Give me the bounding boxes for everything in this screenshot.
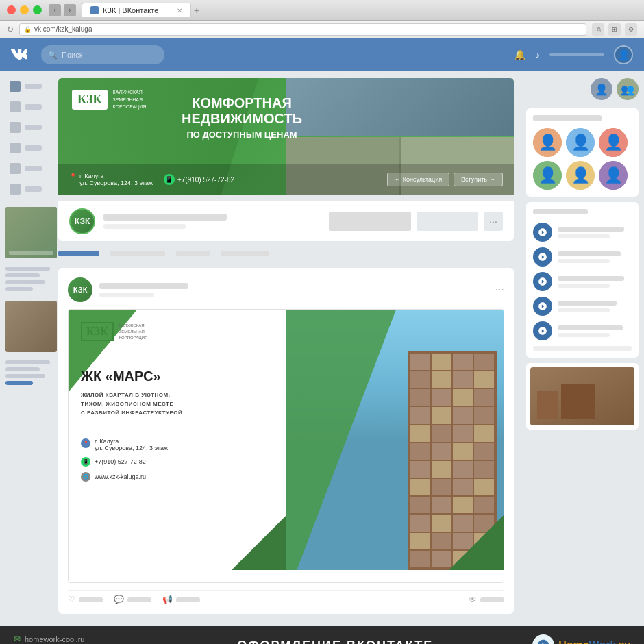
address-bar-row: ↻ 🔒 vk.com/kzk_kaluga ⎙ ⊞ ⚙ <box>0 21 644 38</box>
subs-title-bar <box>533 209 588 214</box>
vk-search-box[interactable]: 🔍 Поиск <box>41 45 164 64</box>
comment-action[interactable]: 💬 <box>114 595 151 604</box>
member-avatar-5[interactable]: 👤 <box>566 161 595 190</box>
post-title: ЖК «МАРС» <box>81 369 274 384</box>
post-address: 📍 г. Калуга ул. Суворова, 124, 3 этаж <box>81 438 274 451</box>
music-icon[interactable]: ♪ <box>535 49 540 60</box>
sub-text-1 <box>558 227 632 238</box>
card-logo: КЗК КАЛУЖСКАЯ ЗЕМЕЛЬНАЯ КОРПОРАЦИЯ <box>81 322 274 341</box>
sub-item-2[interactable] <box>533 247 632 267</box>
share-action[interactable]: 📢 <box>162 595 200 604</box>
member-avatar-4[interactable]: 👤 <box>533 161 562 190</box>
cover-bottom-bar: 📍 г. Калуга ул. Суворова, 124, 3 этаж 📱 … <box>58 164 514 195</box>
share-action-icon: 📢 <box>162 595 173 604</box>
sidebar-label <box>25 166 42 171</box>
sidebar-item-games[interactable] <box>5 181 46 197</box>
fullscreen-icon[interactable]: ⊞ <box>608 23 621 36</box>
subscribe-button[interactable] <box>329 212 411 231</box>
window-controls <box>7 5 42 14</box>
sub-item-5[interactable] <box>533 321 632 340</box>
search-icon: 🔍 <box>48 51 58 60</box>
post-more-icon[interactable]: ··· <box>495 284 504 296</box>
add-tab-icon[interactable]: + <box>194 5 199 16</box>
group-cover: КЗК КАЛУЖСКАЯ ЗЕМЕЛЬНАЯ КОРПОРАЦИЯ КОМФО… <box>58 78 514 195</box>
share-icon[interactable]: ⎙ <box>592 23 604 36</box>
post-desc: ЖИЛОЙ КВАРТАЛ В УЮТНОМ,ТИХОМ, ЖИВОПИСНОМ… <box>81 391 274 417</box>
sub-icon-1 <box>533 223 552 242</box>
extensions-icon[interactable]: ⚙ <box>625 23 637 36</box>
footer-title: ОФОРМЛЕНИЕ ВКОНТАКТЕ <box>237 639 433 645</box>
post-phone: 📱 +7(910) 527-72-82 <box>81 457 274 467</box>
card-left-panel: КЗК КАЛУЖСКАЯ ЗЕМЕЛЬНАЯ КОРПОРАЦИЯ <box>69 310 286 570</box>
sidebar-label <box>25 145 42 151</box>
sidebar-item-docs[interactable] <box>5 160 46 177</box>
message-button[interactable] <box>417 212 478 231</box>
homework-logo-icon <box>532 634 554 644</box>
kzk-card-content: КЗК КАЛУЖСКАЯ ЗЕМЕЛЬНАЯ КОРПОРАЦИЯ <box>69 310 504 570</box>
browser-tab[interactable]: КЗК | ВКонтакте ✕ <box>82 3 191 17</box>
homework-logo[interactable]: HomeWork.RU <box>532 634 630 644</box>
sub-item-3[interactable] <box>533 272 632 291</box>
sidebar-image-1[interactable] <box>5 207 57 258</box>
messages-icon <box>10 122 21 133</box>
member-avatar-6[interactable]: 👤 <box>599 161 628 190</box>
reload-icon[interactable]: ↻ <box>7 25 14 34</box>
member-avatar-1[interactable]: 👤 <box>533 128 562 157</box>
vk-right-sidebar: 👤 👥 👤 👤 👤 👤 <box>521 71 644 626</box>
company-name-3: КОРПОРАЦИЯ <box>113 103 147 111</box>
header-icons: 🔔 ♪ 👤 <box>514 45 633 64</box>
join-arrow-icon: → <box>489 176 495 183</box>
avatar-icon: 👤 <box>618 49 630 60</box>
home-icon <box>10 81 21 92</box>
member-avatar-2[interactable]: 👤 <box>566 128 595 157</box>
user-avatar[interactable]: 👤 <box>614 45 633 64</box>
post-author-bar <box>99 283 188 289</box>
news-icon <box>10 101 21 112</box>
sidebar-item-friends[interactable] <box>5 140 46 156</box>
feed-tab-bar-2 <box>110 251 165 256</box>
sidebar-item-news[interactable] <box>5 99 46 115</box>
more-button[interactable]: ··· <box>484 212 503 231</box>
forward-arrow[interactable]: › <box>64 4 76 16</box>
sidebar-texts-2 <box>5 360 46 385</box>
bottom-photo-widget[interactable] <box>526 363 639 430</box>
sub-item-1[interactable] <box>533 223 632 242</box>
post-avatar[interactable]: КЗК <box>68 277 92 302</box>
sub-item-4[interactable] <box>533 297 632 316</box>
vk-main: КЗК КАЛУЖСКАЯ ЗЕМЕЛЬНАЯ КОРПОРАЦИЯ КОМФО… <box>0 71 644 626</box>
sub-bottom-bar <box>533 346 632 351</box>
top-avatar-2[interactable]: 👥 <box>617 78 639 100</box>
close-btn[interactable] <box>7 5 16 14</box>
feed-tab-bar-3 <box>176 251 210 256</box>
consult-button[interactable]: ← Консультация <box>387 173 449 186</box>
notifications-icon[interactable]: 🔔 <box>514 49 525 60</box>
maximize-btn[interactable] <box>33 5 42 14</box>
sidebar-item-messages[interactable] <box>5 119 46 136</box>
address-bar[interactable]: 🔒 vk.com/kzk_kaluga <box>19 23 586 36</box>
sub-text-4 <box>558 301 632 312</box>
company-name-1: КАЛУЖСКАЯ <box>113 89 147 97</box>
top-avatar-1[interactable]: 👤 <box>591 78 612 100</box>
back-arrow[interactable]: ‹ <box>49 4 61 16</box>
vk-logo[interactable] <box>11 46 27 64</box>
sidebar-item-home[interactable] <box>5 78 46 95</box>
sidebar-label <box>25 186 42 192</box>
comment-count-bar <box>127 597 151 602</box>
sidebar-image-2[interactable] <box>5 301 57 352</box>
home-text: Home <box>558 639 589 644</box>
group-info <box>103 214 227 229</box>
footer-email-1[interactable]: ✉ homework-cool.ru <box>14 634 117 644</box>
like-count-bar <box>79 597 103 602</box>
like-action[interactable]: ♡ <box>68 595 103 604</box>
group-action-buttons: ··· <box>329 212 503 231</box>
tab-close-icon[interactable]: ✕ <box>177 7 182 14</box>
minimize-btn[interactable] <box>20 5 29 14</box>
sidebar-label <box>25 104 42 110</box>
sub-icon-2 <box>533 247 552 267</box>
join-button[interactable]: Вступить → <box>454 173 503 186</box>
member-avatar-3[interactable]: 👤 <box>599 128 628 157</box>
footer-right: HomeWork.RU <box>532 634 630 644</box>
games-icon <box>10 184 21 195</box>
members-widget: 👤 👤 👤 👤 👤 👤 <box>526 108 639 197</box>
docs-icon <box>10 163 21 174</box>
